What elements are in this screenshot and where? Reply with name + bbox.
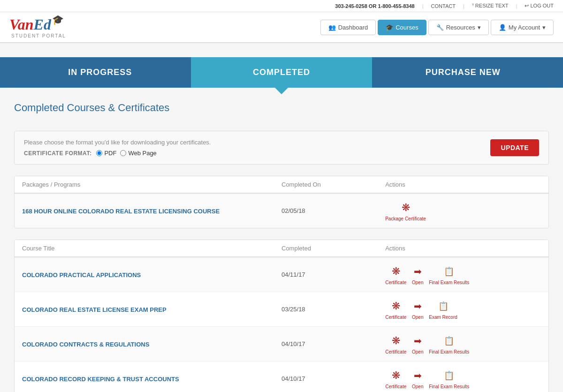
cert-format-radio-group: PDF Web Page: [96, 150, 156, 157]
certificate-button[interactable]: ❋ Certificate: [385, 299, 406, 320]
logo-text-ed: Ed: [34, 16, 51, 33]
course-title-cell: COLORADO REAL ESTATE LICENSE EXAM PREP: [22, 306, 282, 313]
package-title-link[interactable]: 168 HOUR ONLINE COLORADO REAL ESTATE LIC…: [22, 208, 220, 215]
open-button[interactable]: ➡ Open: [410, 299, 425, 320]
tab-in-progress[interactable]: IN PROGRESS: [9, 57, 191, 88]
tab-purchase-new[interactable]: PURCHASE NEW: [372, 57, 554, 88]
packages-table-header: Packages / Programs Completed On Actions: [15, 176, 548, 194]
exam-record-label: Exam Record: [429, 315, 457, 320]
open-icon: ➡: [410, 264, 425, 279]
section-header: Completed Courses & Certificates: [14, 102, 549, 123]
certificate-icon: ❋: [388, 264, 403, 279]
cert-format-left: Please choose the format you'd like for …: [24, 139, 486, 157]
open-button[interactable]: ➡ Open: [410, 333, 425, 354]
account-chevron-icon: ▾: [542, 24, 546, 31]
course-completed-date: 03/25/18: [282, 306, 385, 313]
logo: Van Ed 🎓 STUDENT PORTAL: [9, 16, 66, 38]
main-nav: 👥 Dashboard 🎓 Courses 🔧 Resources ▾ 👤 My…: [320, 20, 554, 35]
certificate-button[interactable]: ❋ Certificate: [385, 333, 406, 354]
contact-link[interactable]: CONTACT: [431, 3, 456, 9]
pdf-radio[interactable]: [96, 150, 102, 156]
account-icon: 👤: [499, 24, 506, 31]
resources-icon: 🔧: [436, 24, 444, 31]
exam-results-button[interactable]: 📋 Final Exam Results: [429, 368, 469, 389]
courses-nav-btn[interactable]: 🎓 Courses: [378, 20, 426, 35]
webpage-radio[interactable]: [120, 150, 126, 156]
certificate-button[interactable]: ❋ Certificate: [385, 264, 406, 285]
package-certificate-button[interactable]: ❋ Package Certificate: [385, 200, 426, 221]
course-title-cell: COLORADO RECORD KEEPING & TRUST ACCOUNTS: [22, 375, 282, 383]
certificate-label: Certificate: [385, 384, 406, 389]
open-icon: ➡: [410, 368, 425, 383]
packages-completed-col-header: Completed On: [282, 181, 385, 188]
course-actions-cell: ❋ Certificate ➡ Open 📋 Exam Record: [385, 299, 541, 320]
course-completed-date: 04/10/17: [282, 375, 385, 382]
courses-table: Course Title Completed Actions COLORADO …: [14, 240, 549, 392]
cert-format-row: CERTIFICATE FORMAT: PDF Web Page: [24, 150, 486, 157]
course-actions-cell: ❋ Certificate ➡ Open 📋 Final Exam Result…: [385, 264, 541, 285]
course-title-col-header: Course Title: [22, 245, 282, 252]
exam-record-button[interactable]: 📋 Exam Record: [429, 299, 457, 320]
page-title: Completed Courses & Certificates: [14, 102, 169, 114]
certificate-label: Certificate: [385, 280, 406, 285]
packages-col-header: Packages / Programs: [22, 181, 282, 188]
logo-subtitle: STUDENT PORTAL: [11, 33, 66, 38]
certificate-icon: ❋: [388, 333, 403, 348]
certificate-format-box: Please choose the format you'd like for …: [14, 131, 549, 165]
open-icon: ➡: [410, 333, 425, 348]
phone-number: 303-245-0258 OR 1-800-455-8348: [335, 3, 414, 9]
certificate-icon: ❋: [388, 368, 403, 383]
course-link[interactable]: COLORADO REAL ESTATE LICENSE EXAM PREP: [22, 306, 167, 313]
package-completed-date: 02/05/18: [282, 207, 385, 214]
exam-label: Final Exam Results: [429, 349, 469, 354]
resize-icon: ᵀ: [472, 3, 474, 8]
course-title-cell: COLORADO CONTRACTS & REGULATIONS: [22, 340, 282, 348]
courses-table-header: Course Title Completed Actions: [15, 240, 548, 257]
resources-chevron-icon: ▾: [478, 24, 481, 31]
header: Van Ed 🎓 STUDENT PORTAL 👥 Dashboard 🎓 Co…: [0, 12, 563, 43]
exam-results-button[interactable]: 📋 Final Exam Results: [429, 333, 469, 354]
resources-nav-btn[interactable]: 🔧 Resources ▾: [428, 20, 489, 35]
certificate-icon: ❋: [388, 299, 403, 314]
certificate-label: Certificate: [385, 315, 406, 320]
course-completed-col-header: Completed: [282, 245, 385, 252]
logout-link[interactable]: ↩ LOG OUT: [525, 3, 554, 9]
account-nav-btn[interactable]: 👤 My Account ▾: [491, 20, 554, 35]
update-button[interactable]: UPDATE: [490, 139, 539, 156]
open-button[interactable]: ➡ Open: [410, 368, 425, 389]
open-label: Open: [412, 315, 423, 320]
tab-completed[interactable]: COMPLETED: [191, 57, 373, 88]
top-contact: 303-245-0258 OR 1-800-455-8348 | CONTACT…: [335, 0, 554, 12]
exam-icon: 📋: [441, 333, 456, 348]
cert-format-pdf-option[interactable]: PDF: [96, 150, 116, 157]
course-actions-cell: ❋ Certificate ➡ Open 📋 Final Exam Result…: [385, 333, 541, 354]
open-label: Open: [412, 280, 423, 285]
course-link[interactable]: COLORADO PRACTICAL APPLICATIONS: [22, 271, 141, 279]
table-row: COLORADO RECORD KEEPING & TRUST ACCOUNTS…: [15, 362, 548, 392]
logo-cap-icon: 🎓: [52, 14, 64, 25]
certificate-label: Certificate: [385, 349, 406, 354]
exam-results-button[interactable]: 📋 Final Exam Results: [429, 264, 469, 285]
course-link[interactable]: COLORADO CONTRACTS & REGULATIONS: [22, 341, 149, 348]
table-row: COLORADO PRACTICAL APPLICATIONS 04/11/17…: [15, 257, 548, 292]
package-actions-cell: ❋ Package Certificate: [385, 200, 541, 221]
logo-text: Van: [9, 16, 34, 33]
certificate-button[interactable]: ❋ Certificate: [385, 368, 406, 389]
package-certificate-label: Package Certificate: [385, 216, 426, 221]
exam-icon: 📋: [436, 299, 451, 314]
course-actions-col-header: Actions: [385, 245, 541, 252]
open-button[interactable]: ➡ Open: [410, 264, 425, 285]
cert-format-desc: Please choose the format you'd like for …: [24, 139, 486, 146]
cert-format-webpage-option[interactable]: Web Page: [120, 150, 156, 157]
table-row: COLORADO CONTRACTS & REGULATIONS 04/10/1…: [15, 327, 548, 362]
resize-text-link[interactable]: ᵀ RESIZE TEXT: [472, 3, 509, 9]
course-link[interactable]: COLORADO RECORD KEEPING & TRUST ACCOUNTS: [22, 376, 179, 383]
dashboard-nav-btn[interactable]: 👥 Dashboard: [320, 20, 376, 35]
certificate-icon: ❋: [398, 200, 413, 215]
exam-label: Final Exam Results: [429, 384, 469, 389]
table-row: 168 HOUR ONLINE COLORADO REAL ESTATE LIC…: [15, 194, 548, 228]
course-title-cell: COLORADO PRACTICAL APPLICATIONS: [22, 271, 282, 279]
packages-actions-col-header: Actions: [385, 181, 541, 188]
open-label: Open: [412, 384, 423, 389]
cert-format-label: CERTIFICATE FORMAT:: [24, 150, 91, 157]
